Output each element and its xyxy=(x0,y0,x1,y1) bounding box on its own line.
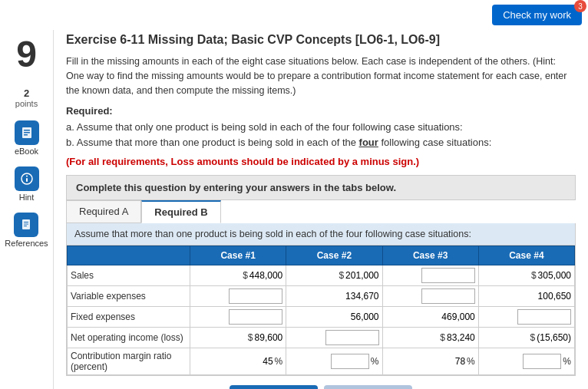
instructions: Fill in the missing amounts in each of t… xyxy=(66,54,576,97)
ebook-label: eBook xyxy=(15,147,38,156)
hint-label: Hint xyxy=(19,193,35,202)
required-b-text: b. Assume that more than one product is … xyxy=(66,135,576,150)
tab-a-label: Required A xyxy=(79,206,128,217)
col-header-case2: Case #2 xyxy=(286,246,382,265)
data-table: Case #1 Case #2 Case #3 Case #4 Sales $4… xyxy=(67,246,575,375)
tab-required-b[interactable]: Required B xyxy=(141,200,220,223)
cell-var-c3[interactable] xyxy=(382,286,478,307)
cell-net-c2[interactable] xyxy=(286,328,382,348)
svg-rect-6 xyxy=(26,178,28,182)
points-value: 2 xyxy=(24,87,29,99)
main-layout: 9 2 points eBook xyxy=(0,30,588,389)
exercise-title: Exercise 6-11 Missing Data; Basic CVP Co… xyxy=(66,33,576,47)
col-header-case3: Case #3 xyxy=(382,246,478,265)
tab-b-label: Required B xyxy=(154,206,207,218)
input-cm-c2[interactable] xyxy=(331,354,369,369)
cell-sales-c1: $448,000 xyxy=(190,265,286,286)
required-heading: Required: xyxy=(66,105,576,117)
svg-rect-10 xyxy=(24,226,27,226)
row-label-sales: Sales xyxy=(68,265,190,286)
cell-sales-c3[interactable] xyxy=(382,265,478,286)
input-net-c2[interactable] xyxy=(325,330,379,345)
points-label: points xyxy=(15,99,38,108)
hint-sidebar-item[interactable]: Hint xyxy=(15,166,39,202)
row-label-variable: Variable expenses xyxy=(68,286,190,307)
row-label-fixed: Fixed expenses xyxy=(68,307,190,328)
tab-assumption-text: Assume that more than one product is bei… xyxy=(67,223,575,246)
references-icon xyxy=(14,213,38,237)
svg-rect-3 xyxy=(24,134,28,136)
cell-fixed-c1[interactable] xyxy=(190,307,286,328)
ebook-icon xyxy=(15,120,39,145)
row-label-cm-ratio: Contribution margin ratio (percent) xyxy=(68,348,190,375)
required-text: a. Assume that only one product is being… xyxy=(66,120,576,150)
complete-prompt: Complete this question by entering your … xyxy=(66,175,576,200)
warning-text: (For all requirements, Loss amounts shou… xyxy=(66,156,576,167)
col-header-case4: Case #4 xyxy=(478,246,574,265)
cell-net-c1: $89,600 xyxy=(190,328,286,348)
input-fixed-c4[interactable] xyxy=(517,309,571,325)
input-fixed-c1[interactable] xyxy=(229,309,282,325)
question-number: 9 xyxy=(16,30,37,83)
cell-cm-c2[interactable]: % xyxy=(286,348,382,375)
left-sidebar: 9 2 points eBook xyxy=(0,30,54,389)
badge-count: 3 xyxy=(574,0,586,12)
cell-net-c4: $(15,650) xyxy=(478,328,574,348)
row-label-net: Net operating income (loss) xyxy=(68,328,190,348)
check-btn-label: Check my work xyxy=(503,9,571,21)
cell-var-c4: 100,650 xyxy=(478,286,574,307)
cell-sales-c4: $305,000 xyxy=(478,265,574,286)
svg-rect-8 xyxy=(24,222,28,223)
tabs-container: Required A Required B xyxy=(66,200,576,223)
content-area: Exercise 6-11 Missing Data; Basic CVP Co… xyxy=(54,30,588,389)
ebook-sidebar-item[interactable]: eBook xyxy=(15,120,39,156)
table-row-variable: Variable expenses 134,670 100,650 xyxy=(68,286,575,307)
col-header-case1: Case #1 xyxy=(190,246,286,265)
svg-rect-2 xyxy=(24,132,30,134)
input-var-c3[interactable] xyxy=(421,288,475,304)
check-my-work-button[interactable]: Check my work 3 xyxy=(492,5,582,25)
table-row-fixed: Fixed expenses 56,000 469,000 xyxy=(68,307,575,328)
svg-rect-9 xyxy=(24,224,28,225)
points-box: 2 points xyxy=(15,83,38,120)
svg-rect-1 xyxy=(24,130,30,131)
table-row-cm-ratio: Contribution margin ratio (percent) 45% … xyxy=(68,348,575,375)
cell-cm-c1: 45% xyxy=(190,348,286,375)
hint-icon xyxy=(15,166,39,191)
prev-tab-button[interactable]: ‹ Required A xyxy=(230,385,318,389)
references-label: References xyxy=(5,239,48,248)
required-a-text: a. Assume that only one product is being… xyxy=(66,120,576,135)
cell-fixed-c4[interactable] xyxy=(478,307,574,328)
cell-sales-c2: $201,000 xyxy=(286,265,382,286)
cell-net-c3: $83,240 xyxy=(382,328,478,348)
cell-fixed-c2: 56,000 xyxy=(286,307,382,328)
input-cm-c4[interactable] xyxy=(523,354,561,369)
cell-var-c2: 134,670 xyxy=(286,286,382,307)
top-bar: Check my work 3 xyxy=(0,0,588,30)
references-sidebar-item[interactable]: References xyxy=(5,213,48,248)
cell-cm-c4[interactable]: % xyxy=(478,348,574,375)
cell-cm-c3: 78% xyxy=(382,348,478,375)
input-sales-c3[interactable] xyxy=(421,268,475,283)
tab-content: Assume that more than one product is bei… xyxy=(66,223,576,376)
bottom-nav: ‹ Required A Required B › xyxy=(66,376,576,389)
next-tab-button: Required B › xyxy=(324,385,412,389)
col-header-row xyxy=(68,246,190,265)
cell-fixed-c3: 469,000 xyxy=(382,307,478,328)
table-row-sales: Sales $448,000 $201,000 $305,000 xyxy=(68,265,575,286)
svg-point-5 xyxy=(26,176,28,177)
input-var-c1[interactable] xyxy=(229,288,282,304)
table-row-net: Net operating income (loss) $89,600 $83,… xyxy=(68,328,575,348)
tab-required-a[interactable]: Required A xyxy=(66,200,141,223)
cell-var-c1[interactable] xyxy=(190,286,286,307)
